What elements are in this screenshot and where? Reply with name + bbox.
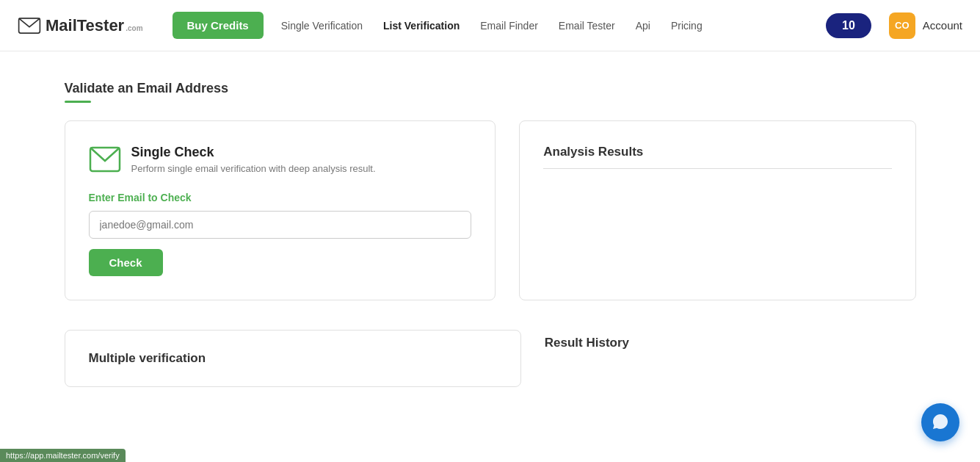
nav-links: Single Verification List Verification Em… [281, 20, 808, 32]
result-history-area: Result History [545, 330, 916, 387]
email-input-label: Enter Email to Check [89, 192, 472, 203]
cards-row: Single Check Perform single email verifi… [65, 120, 916, 300]
nav-link-pricing[interactable]: Pricing [671, 20, 703, 32]
analysis-divider [543, 168, 891, 169]
nav-link-email-tester[interactable]: Email Tester [559, 20, 615, 32]
account-avatar: CO [889, 12, 915, 39]
card-header: Single Check Perform single email verifi… [89, 145, 472, 174]
multiple-verification-title: Multiple verification [89, 351, 497, 366]
logo[interactable]: MailTester.com [18, 16, 143, 35]
multiple-verification-card: Multiple verification [65, 330, 521, 387]
single-check-title: Single Check [131, 145, 376, 160]
bottom-row: Multiple verification Result History [65, 330, 916, 387]
navbar: MailTester.com Buy Credits Single Verifi… [0, 0, 980, 51]
check-button[interactable]: Check [89, 249, 163, 276]
nav-link-email-finder[interactable]: Email Finder [480, 20, 538, 32]
result-history-title: Result History [545, 330, 916, 350]
logo-text: MailTester.com [46, 16, 143, 35]
single-check-card: Single Check Perform single email verifi… [65, 120, 496, 300]
account-area[interactable]: CO Account [889, 12, 962, 39]
nav-link-single-verification[interactable]: Single Verification [281, 20, 363, 32]
email-card-icon [89, 146, 121, 173]
credits-badge[interactable]: 10 [826, 13, 871, 38]
account-label: Account [923, 19, 962, 32]
section-underline [65, 101, 91, 103]
single-check-desc: Perform single email verification with d… [131, 163, 376, 174]
analysis-title: Analysis Results [543, 145, 891, 159]
nav-link-list-verification[interactable]: List Verification [383, 20, 460, 32]
buy-credits-button[interactable]: Buy Credits [173, 12, 264, 39]
section-title: Validate an Email Address [65, 81, 916, 96]
logo-envelope-icon [18, 18, 41, 34]
email-input[interactable] [89, 211, 472, 239]
analysis-results-card: Analysis Results [519, 120, 915, 300]
nav-link-api[interactable]: Api [636, 20, 650, 32]
main-content: Validate an Email Address Single Check P… [21, 51, 960, 387]
